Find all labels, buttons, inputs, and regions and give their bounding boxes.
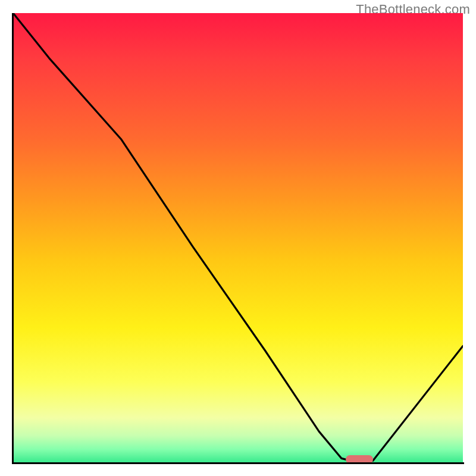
plot-area	[13, 13, 463, 463]
curve-layer	[13, 13, 463, 463]
bottleneck-curve	[13, 13, 463, 463]
y-axis	[12, 13, 14, 464]
x-axis	[12, 462, 464, 464]
bottleneck-chart: TheBottleneck.com	[0, 0, 476, 476]
